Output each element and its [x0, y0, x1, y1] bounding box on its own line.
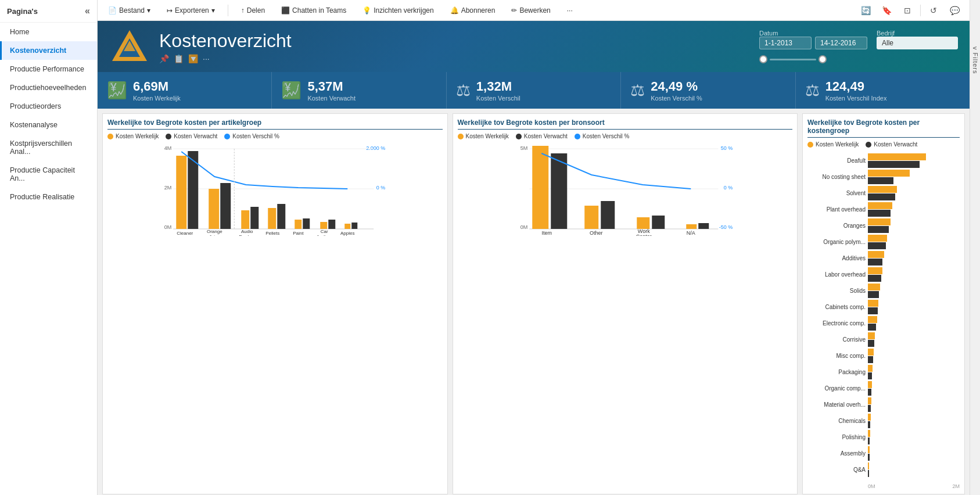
- kpi-row: 💹 6,69M Kosten Werkelijk 💹 5,37M Kosten …: [98, 72, 970, 109]
- toolbar-bewerken[interactable]: ✏ Bewerken: [508, 5, 554, 16]
- svg-text:Paint: Paint: [293, 231, 304, 236]
- more-icon[interactable]: ···: [203, 54, 210, 63]
- svg-rect-48: [637, 217, 649, 229]
- kpi-label: Kosten Verschil Index: [825, 95, 887, 102]
- date-slider[interactable]: [759, 55, 958, 63]
- legend2-werkelijk: Kosten Werkelijk: [458, 133, 509, 139]
- file-icon: 📄: [108, 6, 117, 15]
- legend2-dot-blue: [575, 134, 580, 139]
- svg-rect-15: [241, 210, 249, 229]
- hbar-label: Misc comp.: [807, 353, 866, 359]
- sidebar-item-productieorders[interactable]: Productieorders: [0, 97, 97, 116]
- comment-icon[interactable]: 💬: [946, 2, 963, 19]
- toolbar-abonneren[interactable]: 🔔 Abonneren: [447, 5, 499, 16]
- kpi-kosten-verschil-index: ⚖ 124,49 Kosten Verschil Index: [796, 72, 970, 109]
- hbar-orange-bar: [868, 300, 878, 307]
- hbar-label: Corrisive: [807, 336, 866, 343]
- sidebar-item-kostenoverzicht[interactable]: Kostenoverzicht: [0, 41, 97, 60]
- filter-icon[interactable]: 🔽: [188, 54, 198, 63]
- hbar-label: Assembly: [807, 450, 866, 457]
- bookmark-icon[interactable]: 🔖: [878, 2, 895, 19]
- svg-rect-13: [209, 189, 219, 229]
- svg-text:2M: 2M: [164, 185, 172, 191]
- toolbar-more[interactable]: ···: [563, 5, 576, 16]
- kpi-icon: ⚖: [456, 81, 471, 100]
- hbar-row: Labor overhead: [807, 267, 960, 282]
- svg-text:0M: 0M: [164, 224, 172, 230]
- hbar-row: Corrisive: [807, 332, 960, 347]
- hbar-black-bar: [868, 405, 871, 412]
- svg-rect-44: [532, 146, 548, 229]
- slider-handle-left[interactable]: [759, 55, 767, 63]
- legend3-verwacht: Kosten Verwacht: [866, 141, 917, 148]
- svg-text:Juice: Juice: [209, 234, 220, 236]
- filter-sidebar[interactable]: v Filters: [970, 0, 980, 495]
- toolbar-chatten[interactable]: ⬛ Chatten in Teams: [278, 5, 350, 16]
- kpi-value: 1,32M: [476, 79, 520, 94]
- svg-rect-45: [551, 153, 567, 229]
- hbar-label: Chemicals: [807, 418, 866, 424]
- svg-text:Orange: Orange: [207, 229, 222, 234]
- chart1-title: Werkelijke tov Begrote kosten per artike…: [107, 119, 443, 130]
- hbar-row: Assembly: [807, 446, 960, 461]
- svg-text:50 %: 50 %: [720, 145, 733, 151]
- svg-text:0 %: 0 %: [376, 185, 386, 191]
- company-select[interactable]: Alle: [877, 37, 958, 49]
- hbar-black-bar: [868, 421, 870, 428]
- toolbar-exporteren[interactable]: ↦ Exporteren ▾: [163, 5, 218, 16]
- copy-icon[interactable]: 📋: [174, 54, 184, 63]
- hbar-black-bar: [868, 242, 886, 249]
- sidebar-item-home[interactable]: Home: [0, 23, 97, 41]
- svg-text:2.000 %: 2.000 %: [366, 145, 385, 151]
- filter-label: v Filters: [972, 46, 979, 74]
- legend3-dot-orange: [807, 142, 813, 148]
- svg-rect-46: [584, 206, 598, 229]
- chart3-title: Werkelijke tov Begrote kosten per kosten…: [807, 119, 960, 138]
- kpi-kosten-werkelijk: 💹 6,69M Kosten Werkelijk: [98, 72, 272, 109]
- toolbar-inzichten[interactable]: 💡 Inzichten verkrijgen: [359, 5, 437, 16]
- sidebar-item-productiehoeveelheden[interactable]: Productiehoeveelheden: [0, 78, 97, 97]
- hbar-orange-bar: [868, 186, 897, 193]
- sidebar: Pagina's « HomeKostenoverzichtProductie …: [0, 0, 98, 495]
- undo-icon[interactable]: ↺: [925, 2, 942, 19]
- chart3-legend: Kosten Werkelijk Kosten Verwacht: [807, 141, 960, 148]
- hbar-label: Additives: [807, 255, 866, 261]
- hbar-black-bar: [868, 340, 874, 347]
- sidebar-item-productie-capaciteit[interactable]: Productie Capaciteit An...: [0, 161, 97, 188]
- toolbar-bestand[interactable]: 📄 Bestand ▾: [105, 5, 154, 16]
- kpi-kosten-verschil-pct: ⚖ 24,49 % Kosten Verschil %: [621, 72, 795, 109]
- expand-icon[interactable]: ⊡: [899, 2, 916, 19]
- sidebar-collapse-button[interactable]: «: [85, 6, 90, 16]
- sidebar-item-kostenanalyse[interactable]: Kostenanalyse: [0, 116, 97, 134]
- svg-text:N/A: N/A: [686, 230, 695, 236]
- date-to-input[interactable]: [815, 37, 867, 49]
- hbar-row: Material overh...: [807, 397, 960, 412]
- svg-text:0 %: 0 %: [723, 185, 733, 191]
- svg-text:0M: 0M: [520, 224, 527, 230]
- legend3-dot-black: [866, 142, 871, 148]
- svg-text:Center: Center: [636, 234, 651, 236]
- hbar-black-bar: [868, 275, 881, 282]
- dashboard: Kostenoverzicht 📌 📋 🔽 ··· Datum: [98, 21, 970, 495]
- hbar-label: Oranges: [807, 223, 866, 229]
- hbar-row: Solids: [807, 284, 960, 298]
- refresh-icon[interactable]: 🔄: [857, 2, 874, 19]
- svg-text:Produ...: Produ...: [239, 234, 255, 236]
- toolbar-delen[interactable]: ↑ Delen: [238, 5, 268, 16]
- hbar-row: Deafult: [807, 153, 960, 168]
- kpi-value: 6,69M: [133, 79, 181, 94]
- legend-dot-orange: [107, 134, 113, 139]
- date-from-input[interactable]: [759, 37, 812, 49]
- svg-text:5M: 5M: [520, 145, 527, 151]
- chart-kostengroep: Werkelijke tov Begrote kosten per kosten…: [802, 113, 965, 494]
- hbar-label: Solvent: [807, 190, 866, 196]
- slider-handle-right[interactable]: [819, 55, 827, 63]
- pin-icon[interactable]: 📌: [159, 54, 169, 63]
- hbar-orange-bar: [868, 170, 910, 177]
- hbar-orange-bar: [868, 202, 892, 209]
- hbar-label: Q&A: [807, 467, 866, 473]
- sidebar-item-productie-realisatie[interactable]: Productie Realisatie: [0, 188, 97, 206]
- svg-text:Cleaner: Cleaner: [177, 231, 193, 236]
- sidebar-item-productie-performance[interactable]: Productie Performance: [0, 60, 97, 78]
- sidebar-item-kostprijsverschillen[interactable]: Kostprijsverschillen Anal...: [0, 134, 97, 161]
